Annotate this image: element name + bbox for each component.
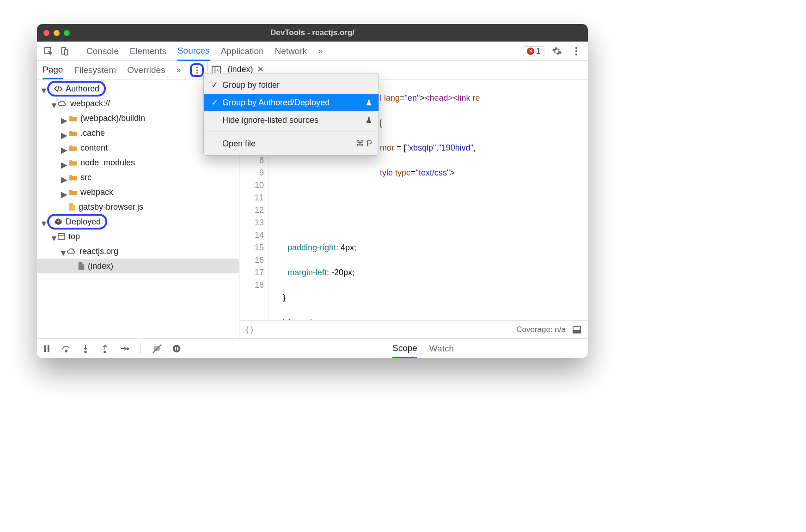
folder-icon <box>68 188 78 196</box>
flask-icon <box>366 99 372 106</box>
tab-console[interactable]: Console <box>86 42 119 60</box>
svg-point-8 <box>196 72 197 73</box>
svg-rect-11 <box>58 234 65 239</box>
tree-node-origin[interactable]: ▼reactjs.org <box>37 244 239 259</box>
pretty-print-button[interactable]: { } <box>246 325 253 334</box>
svg-point-3 <box>575 47 577 48</box>
svg-rect-24 <box>177 347 178 350</box>
traffic-lights <box>43 30 70 36</box>
folder-icon <box>68 174 78 181</box>
js-file-icon <box>68 202 76 212</box>
svg-rect-15 <box>44 345 46 352</box>
titlebar: DevTools - reactjs.org/ <box>37 24 588 42</box>
tree-node-top[interactable]: ▼top <box>37 229 239 244</box>
subtabs-overflow-icon[interactable]: » <box>177 61 181 79</box>
editor-footer: { } Coverage: n/a <box>239 320 588 339</box>
folder-icon <box>68 144 78 151</box>
tree-folder[interactable]: ▶node_modules <box>37 155 239 170</box>
cloud-icon <box>57 100 67 107</box>
tab-application[interactable]: Application <box>221 42 264 60</box>
svg-point-22 <box>173 345 181 352</box>
subtab-filesystem[interactable]: Filesystem <box>74 61 116 79</box>
subtab-page[interactable]: Page <box>43 61 63 79</box>
error-icon: ✕ <box>527 48 534 55</box>
close-window-button[interactable] <box>43 30 49 36</box>
svg-rect-23 <box>175 347 176 350</box>
step-into-icon[interactable] <box>80 344 91 354</box>
tree-file-gatsby[interactable]: gatsby-browser.js <box>37 200 239 214</box>
menu-group-by-authored[interactable]: ✓Group by Authored/Deployed <box>204 94 379 111</box>
tab-elements[interactable]: Elements <box>130 42 166 60</box>
svg-point-5 <box>575 53 577 55</box>
pause-on-exceptions-icon[interactable] <box>171 344 182 354</box>
error-count: 1 <box>536 47 540 55</box>
tab-network[interactable]: Network <box>275 42 307 60</box>
svg-point-17 <box>65 350 67 352</box>
menu-separator <box>204 132 379 132</box>
device-toggle-icon[interactable] <box>57 44 71 58</box>
svg-point-18 <box>85 351 86 353</box>
kebab-menu-icon[interactable] <box>569 44 583 58</box>
shortcut-label: ⌘ P <box>356 139 372 149</box>
tree-folder[interactable]: ▶src <box>37 170 239 185</box>
svg-point-7 <box>196 69 197 71</box>
svg-point-19 <box>104 351 106 353</box>
folder-icon <box>68 159 78 166</box>
svg-point-20 <box>127 348 129 350</box>
step-over-icon[interactable] <box>61 344 71 354</box>
cube-icon <box>54 218 63 226</box>
step-icon[interactable] <box>119 344 129 354</box>
tree-file-index[interactable]: (index) <box>37 259 239 273</box>
svg-rect-16 <box>48 345 49 352</box>
dock-icon[interactable] <box>572 326 581 334</box>
tree-group-deployed[interactable]: ▼ Deployed <box>37 214 239 229</box>
menu-group-by-folder[interactable]: ✓Group by folder <box>204 76 379 94</box>
debugger-toolbar: Scope Watch <box>37 339 588 358</box>
main-tabs: Console Elements Sources Application Net… <box>86 42 323 60</box>
inspect-icon[interactable] <box>42 44 55 58</box>
subtab-overrides[interactable]: Overrides <box>127 61 165 79</box>
coverage-label: Coverage: n/a <box>516 325 566 334</box>
pause-icon[interactable] <box>42 344 52 354</box>
navigator-tabs: Page Filesystem Overrides » <box>37 61 187 79</box>
menu-open-file[interactable]: Open file ⌘ P <box>204 135 379 152</box>
settings-gear-icon[interactable] <box>550 44 564 58</box>
separator <box>76 46 76 57</box>
main-toolbar: Console Elements Sources Application Net… <box>37 42 588 61</box>
deactivate-breakpoints-icon[interactable] <box>152 344 162 354</box>
navigator-context-menu: ✓Group by folder ✓Group by Authored/Depl… <box>203 73 379 156</box>
tab-scope[interactable]: Scope <box>392 339 417 358</box>
tab-sources[interactable]: Sources <box>177 42 210 61</box>
minimize-window-button[interactable] <box>54 30 60 36</box>
document-icon <box>78 261 85 271</box>
menu-hide-ignore-listed[interactable]: Hide ignore-listed sources <box>204 111 379 129</box>
folder-icon <box>68 115 78 122</box>
error-count-badge[interactable]: ✕ 1 <box>523 46 544 56</box>
cloud-icon <box>67 248 77 255</box>
tree-folder[interactable]: ▶webpack <box>37 185 239 200</box>
tab-watch[interactable]: Watch <box>429 339 454 358</box>
navigator-more-button[interactable] <box>190 63 204 77</box>
folder-icon <box>68 129 78 137</box>
tabs-overflow-icon[interactable]: » <box>318 42 323 60</box>
step-out-icon[interactable] <box>100 344 110 354</box>
svg-rect-14 <box>573 330 580 332</box>
code-icon <box>54 85 63 92</box>
window-title: DevTools - reactjs.org/ <box>270 28 354 37</box>
svg-rect-2 <box>65 49 67 55</box>
flask-icon <box>366 116 372 124</box>
frame-icon <box>57 233 66 240</box>
svg-point-4 <box>575 50 577 52</box>
svg-point-6 <box>196 66 197 68</box>
zoom-window-button[interactable] <box>64 30 70 36</box>
